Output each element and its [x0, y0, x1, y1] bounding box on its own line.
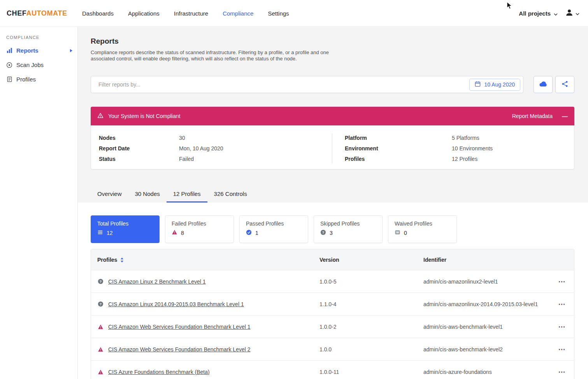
- card-value: 3: [330, 230, 333, 236]
- compliance-status-banner: Your System is Not Compliant Report Meta…: [91, 107, 574, 125]
- card-total-profiles[interactable]: Total Profiles 12: [91, 215, 160, 243]
- column-header-version: Version: [319, 257, 423, 263]
- share-icon: [562, 81, 568, 88]
- row-menu-button[interactable]: ⋯: [558, 323, 566, 331]
- logo-automate: AUTOMATE: [26, 9, 67, 17]
- chevron-down-icon: [554, 10, 558, 17]
- card-label: Failed Profiles: [172, 220, 227, 227]
- meta-label: Profiles: [345, 156, 452, 162]
- failed-triangle-icon: [97, 346, 104, 353]
- meta-value: 5 Platforms: [452, 135, 479, 141]
- projects-selector[interactable]: All projects: [519, 10, 558, 17]
- nav-infrastructure[interactable]: Infrastructure: [174, 10, 208, 17]
- column-header-profiles[interactable]: Profiles: [91, 256, 319, 263]
- table-row: CIS Amazon Web Services Foundation Bench…: [91, 338, 574, 360]
- card-value: 1: [255, 230, 258, 236]
- nav-dashboards[interactable]: Dashboards: [82, 10, 114, 17]
- collapse-metadata-icon[interactable]: —: [562, 113, 568, 119]
- meta-label: Environment: [345, 145, 452, 152]
- chef-automate-logo[interactable]: CHEFAUTOMATE: [0, 9, 78, 18]
- meta-row-platform: Platform 5 Platforms: [345, 132, 574, 143]
- tab-profiles[interactable]: 12 Profiles: [167, 187, 207, 203]
- profile-metric-cards: Total Profiles 12 Failed Profiles 8: [91, 215, 574, 243]
- profile-link[interactable]: CIS Amazon Web Services Foundation Bench…: [108, 324, 250, 330]
- nav-settings[interactable]: Settings: [268, 10, 289, 17]
- row-menu-button[interactable]: ⋯: [558, 300, 566, 308]
- warning-triangle-icon: [97, 113, 104, 120]
- meta-value: 30: [179, 135, 185, 141]
- user-menu[interactable]: [565, 8, 579, 18]
- date-picker-label: 10 Aug 2020: [484, 81, 515, 88]
- failed-triangle-icon: [97, 324, 104, 330]
- passed-check-icon: [246, 229, 252, 236]
- profile-version: 1.0.0-5: [319, 279, 423, 285]
- report-metadata-label: Report Metadata: [512, 113, 553, 119]
- table-row: ? CIS Amazon Linux 2014.09-2015.03 Bench…: [91, 293, 574, 315]
- meta-label: Nodes: [99, 135, 179, 141]
- profile-link[interactable]: CIS Amazon Linux 2 Benchmark Level 1: [108, 279, 206, 285]
- profile-identifier: admin/cis-amazonlinux-2014.09-2015.03-le…: [423, 301, 550, 307]
- row-menu-button[interactable]: ⋯: [558, 368, 566, 376]
- scan-radar-icon: [6, 62, 12, 68]
- sidebar-item-profiles[interactable]: Profiles: [0, 72, 77, 86]
- profile-identifier: admin/cis-amazonlinux2-level1: [423, 279, 550, 285]
- report-metadata-panel: Nodes 30 Report Date Mon, 10 Aug 2020 St…: [91, 125, 574, 169]
- card-failed-profiles[interactable]: Failed Profiles 8: [165, 215, 234, 243]
- meta-value: Failed: [179, 156, 194, 162]
- profiles-document-icon: [6, 76, 12, 83]
- sort-icon[interactable]: [120, 257, 124, 263]
- card-skipped-profiles[interactable]: Skipped Profiles ? 3: [314, 215, 383, 243]
- meta-row-report-date: Report Date Mon, 10 Aug 2020: [99, 143, 332, 153]
- tab-nodes[interactable]: 30 Nodes: [128, 187, 167, 203]
- tab-controls[interactable]: 326 Controls: [207, 187, 254, 203]
- download-report-button[interactable]: [534, 76, 553, 93]
- skipped-question-icon: ?: [97, 279, 104, 285]
- share-report-button[interactable]: [555, 76, 574, 93]
- column-header-identifier: Identifier: [423, 257, 550, 263]
- list-icon: [97, 229, 103, 236]
- filter-reports-input[interactable]: [91, 81, 469, 88]
- card-value: 12: [107, 230, 113, 236]
- svg-text:W: W: [396, 231, 399, 234]
- card-label: Passed Profiles: [246, 220, 302, 227]
- profile-identifier: admin/cis-azure-foundations: [423, 369, 550, 375]
- profile-link[interactable]: CIS Amazon Web Services Foundation Bench…: [108, 346, 250, 353]
- card-label: Waived Profiles: [395, 220, 450, 227]
- skipped-question-icon: ?: [320, 229, 326, 236]
- page-description: Compliance reports describe the status o…: [91, 49, 331, 62]
- profile-link[interactable]: CIS Amazon Linux 2014.09-2015.03 Benchma…: [108, 301, 244, 307]
- svg-text:?: ?: [322, 231, 324, 234]
- nav-compliance[interactable]: Compliance: [223, 10, 253, 17]
- svg-text:?: ?: [99, 280, 101, 284]
- sidebar-item-reports[interactable]: Reports: [0, 43, 77, 58]
- calendar-icon: [475, 81, 481, 88]
- row-menu-button[interactable]: ⋯: [558, 346, 566, 353]
- card-waived-profiles[interactable]: Waived Profiles W 0: [388, 215, 457, 243]
- failed-triangle-icon: [172, 229, 177, 236]
- card-value: 0: [404, 230, 407, 236]
- sidebar-section-label: COMPLIANCE: [0, 27, 77, 43]
- expand-arrow-icon[interactable]: [70, 49, 72, 52]
- card-label: Skipped Profiles: [320, 220, 376, 227]
- meta-label: Platform: [345, 135, 452, 141]
- row-menu-button[interactable]: ⋯: [558, 278, 566, 286]
- nav-applications[interactable]: Applications: [128, 10, 160, 17]
- meta-row-profiles: Profiles 12 Profiles: [345, 153, 574, 164]
- profiles-table: Profiles Version Identifier ? CIS Amazon…: [91, 249, 574, 379]
- card-value: 8: [181, 230, 184, 236]
- meta-label: Status: [99, 156, 179, 162]
- profile-version: 1.1.0-4: [319, 301, 423, 307]
- page-title: Reports: [91, 27, 574, 46]
- date-picker-button[interactable]: 10 Aug 2020: [469, 79, 520, 91]
- sidebar-item-scan-jobs[interactable]: Scan Jobs: [0, 58, 77, 72]
- card-label: Total Profiles: [97, 220, 153, 227]
- chevron-down-icon: [576, 10, 579, 17]
- profiles-section: Total Profiles 12 Failed Profiles 8: [78, 203, 588, 379]
- card-passed-profiles[interactable]: Passed Profiles 1: [239, 215, 308, 243]
- sidebar-item-label: Scan Jobs: [16, 62, 44, 68]
- logo-chef: CHEF: [7, 9, 26, 17]
- sidebar: COMPLIANCE Reports Scan Jobs Profiles: [0, 27, 78, 379]
- tab-overview[interactable]: Overview: [91, 187, 128, 203]
- profile-link[interactable]: CIS Azure Foundations Benchmark (Beta): [108, 369, 210, 375]
- meta-row-status: Status Failed: [99, 153, 332, 164]
